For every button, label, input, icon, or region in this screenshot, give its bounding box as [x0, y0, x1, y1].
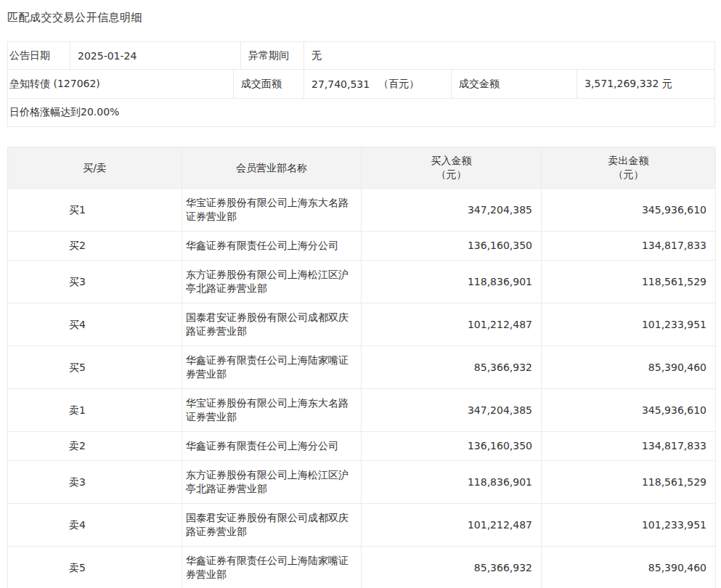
table-row: 卖4 国泰君安证券股份有限公司成都双庆路证券营业部 101,212,487 10…: [8, 504, 716, 547]
buy-amount-cell: 136,160,350: [362, 232, 542, 261]
branch-cell: 国泰君安证券股份有限公司成都双庆路证券营业部: [182, 303, 362, 346]
buy-amount-cell: 101,212,487: [362, 504, 542, 547]
col-header-buy: 买入金额 （元）: [362, 147, 542, 189]
buy-amount-cell: 85,366,932: [362, 547, 542, 588]
buy-amount-cell: 118,836,901: [362, 261, 542, 303]
table-row: 买1 华宝证券股份有限公司上海东大名路证券营业部 347,204,385 345…: [8, 189, 716, 232]
branch-cell: 华鑫证券有限责任公司上海分公司: [182, 432, 362, 461]
price-change-note: 日价格涨幅达到20.00%: [8, 99, 714, 126]
branch-cell: 华宝证券股份有限公司上海东大名路证券营业部: [182, 189, 362, 232]
buy-amount-cell: 347,204,385: [362, 389, 542, 432]
table-row: 卖3 东方证券股份有限公司上海松江区沪亭北路证券营业部 118,836,901 …: [8, 461, 716, 504]
security-name: 垒知转债 (127062): [8, 70, 233, 98]
table-row: 卖2 华鑫证券有限责任公司上海分公司 136,160,350 134,817,8…: [8, 432, 716, 461]
abnormal-period-label: 异常期间: [240, 42, 304, 69]
side-cell: 卖1: [8, 389, 182, 432]
buy-amount-cell: 136,160,350: [362, 432, 542, 461]
info-row-security: 垒知转债 (127062) 成交面额 27,740,531 （百元） 成交金额 …: [8, 70, 714, 99]
table-body: 买1 华宝证券股份有限公司上海东大名路证券营业部 347,204,385 345…: [8, 189, 716, 588]
announce-date-value: 2025-01-24: [70, 42, 240, 69]
trade-table: 买/卖 会员营业部名称 买入金额 （元） 卖出金额 （元） 买1 华宝证券股份有…: [7, 147, 716, 588]
face-amount-unit: （百元）: [378, 78, 419, 91]
info-row-note: 日价格涨幅达到20.00%: [8, 99, 714, 126]
branch-cell: 华鑫证券有限责任公司上海分公司: [182, 232, 362, 261]
side-cell: 卖2: [8, 432, 182, 461]
turnover-label: 成交金额: [451, 70, 577, 98]
buy-amount-cell: 118,836,901: [362, 461, 542, 504]
branch-cell: 东方证券股份有限公司上海松江区沪亭北路证券营业部: [182, 461, 362, 504]
branch-cell: 华鑫证券有限责任公司上海陆家嘴证券营业部: [182, 547, 362, 588]
branch-cell: 国泰君安证券股份有限公司成都双庆路证券营业部: [182, 504, 362, 547]
side-cell: 卖5: [8, 547, 182, 588]
side-cell: 卖3: [8, 461, 182, 504]
branch-cell: 华宝证券股份有限公司上海东大名路证券营业部: [182, 389, 362, 432]
branch-cell: 东方证券股份有限公司上海松江区沪亭北路证券营业部: [182, 261, 362, 303]
branch-cell: 华鑫证券有限责任公司上海陆家嘴证券营业部: [182, 346, 362, 389]
sell-amount-cell: 345,936,610: [542, 189, 716, 232]
sell-amount-cell: 101,233,951: [542, 504, 716, 547]
info-panel: 公告日期 2025-01-24 异常期间 无 垒知转债 (127062) 成交面…: [7, 41, 715, 127]
abnormal-period-value: 无: [304, 42, 714, 69]
side-cell: 买1: [8, 189, 182, 232]
table-row: 卖1 华宝证券股份有限公司上海东大名路证券营业部 347,204,385 345…: [8, 389, 716, 432]
buy-amount-cell: 347,204,385: [362, 189, 542, 232]
sell-amount-cell: 85,390,460: [542, 346, 716, 389]
page-title: 匹配成交交易公开信息明细: [7, 11, 715, 25]
face-amount-number: 27,740,531: [311, 78, 370, 90]
buy-amount-cell: 101,212,487: [362, 303, 542, 346]
sell-amount-cell: 134,817,833: [542, 432, 716, 461]
buy-amount-cell: 85,366,932: [362, 346, 542, 389]
face-amount-label: 成交面额: [233, 70, 304, 98]
sell-amount-cell: 134,817,833: [542, 232, 716, 261]
face-amount-value: 27,740,531 （百元）: [304, 70, 451, 98]
table-row: 买4 国泰君安证券股份有限公司成都双庆路证券营业部 101,212,487 10…: [8, 303, 716, 346]
col-header-side: 买/卖: [8, 147, 182, 189]
col-header-sell: 卖出金额 （元）: [542, 147, 716, 189]
side-cell: 买2: [8, 232, 182, 261]
sell-amount-cell: 101,233,951: [542, 303, 716, 346]
info-row-date: 公告日期 2025-01-24 异常期间 无: [8, 42, 714, 70]
sell-amount-cell: 118,561,529: [542, 461, 716, 504]
table-row: 买5 华鑫证券有限责任公司上海陆家嘴证券营业部 85,366,932 85,39…: [8, 346, 716, 389]
sell-amount-cell: 118,561,529: [542, 261, 716, 303]
turnover-value: 3,571,269,332 元: [577, 70, 714, 98]
sell-amount-cell: 345,936,610: [542, 389, 716, 432]
table-row: 卖5 华鑫证券有限责任公司上海陆家嘴证券营业部 85,366,932 85,39…: [8, 547, 716, 588]
table-header-row: 买/卖 会员营业部名称 买入金额 （元） 卖出金额 （元）: [8, 147, 716, 189]
col-header-buy-title: 买入金额: [365, 154, 537, 168]
table-row: 买2 华鑫证券有限责任公司上海分公司 136,160,350 134,817,8…: [8, 232, 716, 261]
side-cell: 买3: [8, 261, 182, 303]
side-cell: 买5: [8, 346, 182, 389]
col-header-buy-unit: （元）: [365, 168, 537, 181]
side-cell: 卖4: [8, 504, 182, 547]
col-header-sell-unit: （元）: [545, 168, 712, 181]
side-cell: 买4: [8, 303, 182, 346]
col-header-branch: 会员营业部名称: [182, 147, 362, 189]
sell-amount-cell: 85,390,460: [542, 547, 716, 588]
page: 匹配成交交易公开信息明细 公告日期 2025-01-24 异常期间 无 垒知转债…: [0, 0, 721, 588]
announce-date-label: 公告日期: [8, 42, 70, 69]
col-header-sell-title: 卖出金额: [545, 154, 712, 168]
table-row: 买3 东方证券股份有限公司上海松江区沪亭北路证券营业部 118,836,901 …: [8, 261, 716, 303]
